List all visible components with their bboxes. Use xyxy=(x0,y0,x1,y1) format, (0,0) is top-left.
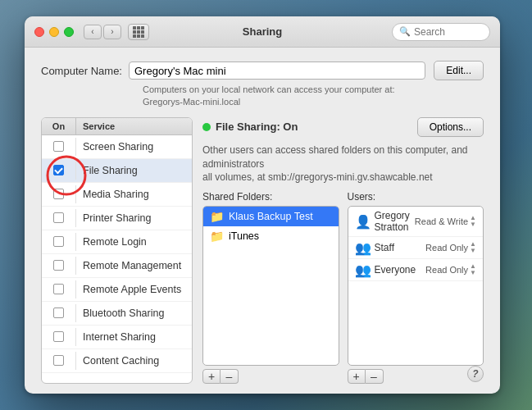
titlebar: ‹ › Sharing 🔍 xyxy=(25,16,500,48)
user-item-1[interactable]: 👥 Staff Read Only ▲▼ xyxy=(348,237,484,259)
search-box[interactable]: 🔍 xyxy=(392,23,490,41)
minimize-button[interactable] xyxy=(49,27,59,37)
checkbox-cell-remote-apple-events xyxy=(42,280,76,298)
window-title: Sharing xyxy=(243,25,282,38)
users-section: Users: 👤 Gregory Stratton Read & Write ▲… xyxy=(348,191,484,384)
main-area: On Service Screen Sharing xyxy=(41,117,484,384)
service-name-bluetooth-sharing: Bluetooth Sharing xyxy=(76,308,171,319)
shared-folders-label: Shared Folders: xyxy=(202,191,339,203)
user-avatar-2: 👥 xyxy=(355,262,370,277)
edit-button[interactable]: Edit... xyxy=(434,61,484,80)
service-item-content-caching[interactable]: Content Caching xyxy=(42,349,192,373)
checkbox-content-caching[interactable] xyxy=(53,355,64,366)
folder-section: Shared Folders: 📁 Klaus Backup Test 📁 iT… xyxy=(202,191,339,384)
checkbox-screen-sharing[interactable] xyxy=(53,141,64,152)
checkbox-cell-remote-login xyxy=(42,233,76,251)
status-title: File Sharing: On xyxy=(216,121,298,133)
traffic-lights xyxy=(34,27,74,37)
user-add-remove-row: + – xyxy=(348,369,484,384)
maximize-button[interactable] xyxy=(64,27,74,37)
checkbox-cell-internet-sharing xyxy=(42,328,76,346)
users-label: Users: xyxy=(348,191,484,203)
service-name-screen-sharing: Screen Sharing xyxy=(76,141,160,153)
folder-item-1[interactable]: 📁 iTunes xyxy=(203,226,339,246)
user-name-1: Staff xyxy=(375,242,426,253)
service-name-media-sharing: Media Sharing xyxy=(76,189,156,200)
checkbox-internet-sharing[interactable] xyxy=(53,331,64,342)
folders-users-area: Shared Folders: 📁 Klaus Backup Test 📁 iT… xyxy=(202,191,484,384)
checkbox-cell-screen-sharing xyxy=(42,138,76,156)
status-row: File Sharing: On Options... xyxy=(202,117,484,137)
permission-arrows-2[interactable]: ▲▼ xyxy=(470,263,476,276)
user-permission-1: Read Only ▲▼ xyxy=(425,241,476,254)
service-item-file-sharing[interactable]: File Sharing xyxy=(42,159,192,183)
service-item-printer-sharing[interactable]: Printer Sharing xyxy=(42,207,192,230)
add-user-button[interactable]: + xyxy=(348,369,366,384)
checkbox-bluetooth-sharing[interactable] xyxy=(53,308,64,318)
services-header-service: Service xyxy=(76,118,121,134)
services-header-on: On xyxy=(42,118,76,134)
folder-item-0[interactable]: 📁 Klaus Backup Test xyxy=(203,207,339,226)
user-item-0[interactable]: 👤 Gregory Stratton Read & Write ▲▼ xyxy=(348,207,484,237)
folder-icon-1: 📁 xyxy=(210,230,224,243)
service-item-remote-login[interactable]: Remote Login xyxy=(42,230,192,254)
status-left: File Sharing: On xyxy=(202,121,298,133)
service-name-internet-sharing: Internet Sharing xyxy=(76,331,162,343)
service-item-bluetooth-sharing[interactable]: Bluetooth Sharing xyxy=(42,302,192,326)
right-panel: File Sharing: On Options... Other users … xyxy=(202,117,484,384)
user-list: 👤 Gregory Stratton Read & Write ▲▼ 👥 xyxy=(348,206,484,366)
folder-list: 📁 Klaus Backup Test 📁 iTunes xyxy=(202,206,339,366)
service-item-screen-sharing[interactable]: Screen Sharing xyxy=(42,135,192,159)
checkbox-media-sharing[interactable] xyxy=(53,189,64,199)
window-content: Computer Name: Edit... Computers on your… xyxy=(25,48,500,394)
computer-name-row: Computer Name: Edit... xyxy=(41,61,484,80)
close-button[interactable] xyxy=(34,27,44,37)
service-item-internet-sharing[interactable]: Internet Sharing xyxy=(42,326,192,349)
checkbox-cell-remote-management xyxy=(42,257,76,275)
folder-add-remove-row: + – xyxy=(202,369,339,384)
permission-arrows-0[interactable]: ▲▼ xyxy=(470,215,476,228)
services-list: Screen Sharing File Sharing xyxy=(42,135,192,383)
user-item-2[interactable]: 👥 Everyone Read Only ▲▼ xyxy=(348,259,484,281)
service-name-printer-sharing: Printer Sharing xyxy=(76,212,157,224)
service-item-remote-management[interactable]: Remote Management xyxy=(42,254,192,278)
grid-button[interactable] xyxy=(128,24,149,40)
user-name-0: Gregory Stratton xyxy=(375,210,415,233)
checkbox-cell-file-sharing xyxy=(42,162,76,180)
folder-name-0: Klaus Backup Test xyxy=(229,211,313,222)
checkbox-file-sharing[interactable] xyxy=(53,165,64,175)
user-name-2: Everyone xyxy=(375,264,426,276)
network-hint: Computers on your local network can acce… xyxy=(143,84,484,109)
service-name-content-caching: Content Caching xyxy=(76,355,166,367)
search-input[interactable] xyxy=(414,26,483,38)
help-button[interactable]: ? xyxy=(467,366,484,382)
remove-user-button[interactable]: – xyxy=(366,369,384,384)
user-avatar-1: 👥 xyxy=(355,240,370,255)
checkbox-printer-sharing[interactable] xyxy=(53,212,64,223)
computer-name-input[interactable] xyxy=(129,61,425,80)
search-icon: 🔍 xyxy=(399,26,411,37)
services-panel: On Service Screen Sharing xyxy=(41,117,193,384)
services-header: On Service xyxy=(42,118,192,135)
service-item-remote-apple-events[interactable]: Remote Apple Events xyxy=(42,278,192,302)
service-name-remote-management: Remote Management xyxy=(76,260,188,271)
checkbox-cell-content-caching xyxy=(42,352,76,370)
checkbox-remote-login[interactable] xyxy=(53,236,64,247)
options-button[interactable]: Options... xyxy=(417,117,484,137)
checkbox-remote-apple-events[interactable] xyxy=(53,284,64,294)
service-item-media-sharing[interactable]: Media Sharing xyxy=(42,183,192,207)
sharing-window: ‹ › Sharing 🔍 Computer Name: Edit... Com… xyxy=(25,16,500,394)
back-button[interactable]: ‹ xyxy=(84,25,102,39)
grid-icon xyxy=(133,26,144,38)
add-folder-button[interactable]: + xyxy=(202,369,221,384)
computer-name-label: Computer Name: xyxy=(41,65,122,77)
service-name-remote-login: Remote Login xyxy=(76,236,153,248)
file-sharing-description: Other users can access shared folders on… xyxy=(202,144,484,184)
forward-button[interactable]: › xyxy=(103,25,121,39)
folder-icon-0: 📁 xyxy=(210,210,224,223)
permission-arrows-1[interactable]: ▲▼ xyxy=(470,241,476,254)
service-name-remote-apple-events: Remote Apple Events xyxy=(76,284,188,295)
remove-folder-button[interactable]: – xyxy=(221,369,239,384)
user-permission-0: Read & Write ▲▼ xyxy=(415,215,476,228)
checkbox-remote-management[interactable] xyxy=(53,260,64,271)
